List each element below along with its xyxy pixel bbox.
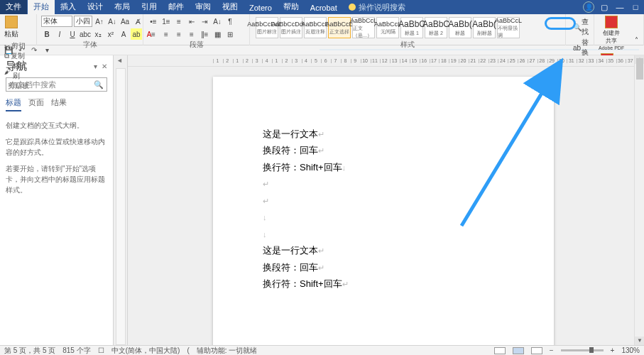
style-card-selected[interactable]: AaBbCcE正文选择 — [328, 17, 351, 38]
styles-gallery[interactable]: AaBbCcDdEe图片标注 AaBbCcDdEe图片插注 AaBbCcE页眉注… — [254, 16, 561, 40]
indent-inc-icon[interactable]: ⇥ — [199, 16, 210, 27]
account-icon[interactable]: 👤 — [583, 1, 594, 13]
status-page[interactable]: 第 5 页，共 5 页 — [4, 346, 55, 356]
tab-zotero[interactable]: Zotero — [244, 1, 278, 14]
align-right-icon[interactable]: ≡ — [173, 28, 185, 40]
align-justify-icon[interactable]: ≡ — [186, 28, 197, 40]
superscript-button[interactable]: x² — [105, 28, 116, 40]
style-name: 标题 1 — [405, 30, 419, 37]
grow-font-icon[interactable]: A↑ — [94, 16, 105, 27]
format-painter-button[interactable]: 🖌格式刷 — [4, 61, 32, 81]
nav-close-icon[interactable]: ✕ — [102, 62, 107, 70]
style-card[interactable]: AaBb(副标题 — [473, 17, 496, 38]
pdf-sub: Adobe PDF — [599, 45, 624, 50]
zoom-slider-thumb[interactable] — [589, 347, 594, 353]
status-words[interactable]: 815 个字 — [62, 346, 90, 356]
bold-button[interactable]: B — [41, 28, 53, 40]
italic-button[interactable]: I — [54, 28, 65, 40]
align-left-icon[interactable]: ≡ — [148, 28, 159, 40]
view-print-icon[interactable] — [513, 347, 524, 354]
borders-icon[interactable]: ⊞ — [224, 28, 236, 40]
find-button[interactable]: 🔍查找 — [573, 17, 586, 37]
strike-button[interactable]: abc — [80, 28, 91, 40]
style-card[interactable]: AaBbC标题 1 — [400, 17, 423, 38]
change-case-icon[interactable]: Aa — [119, 16, 131, 27]
style-card[interactable]: AaBbCcDdEe图片插注 — [280, 17, 302, 38]
bullets-icon[interactable]: •≡ — [148, 16, 159, 27]
tab-view[interactable]: 视图 — [217, 0, 244, 14]
style-card[interactable]: AaBbCcL正文（悬...） — [352, 17, 375, 38]
document-area[interactable]: 1212341234567891011121314151617181920212… — [128, 55, 644, 345]
shading-icon[interactable]: ▦ — [212, 28, 223, 40]
align-center-icon[interactable]: ≡ — [160, 28, 172, 40]
tab-references[interactable]: 引用 — [136, 0, 163, 14]
underline-button[interactable]: U — [67, 28, 78, 40]
vertical-scrollbar[interactable]: ▲ ▼ — [634, 55, 644, 345]
replace-button[interactable]: ab替换 — [573, 38, 586, 58]
minimize-icon[interactable]: — — [614, 3, 626, 11]
style-sample: AaBbCcL — [495, 17, 522, 24]
text-effects-icon[interactable]: A — [118, 28, 129, 40]
create-share-pdf-button[interactable]: 创建并共享Adobe PDF — [599, 16, 624, 50]
multilevel-icon[interactable]: ≡ — [173, 16, 185, 27]
style-card[interactable]: AaBb(标题 — [449, 17, 471, 38]
style-name: 正文选择 — [329, 28, 349, 36]
tab-review[interactable]: 审阅 — [190, 0, 217, 14]
font-name-select[interactable]: 宋体 — [41, 16, 72, 27]
numbering-icon[interactable]: 1≡ — [160, 16, 172, 27]
tab-design[interactable]: 设计 — [82, 0, 109, 14]
font-size-select[interactable]: 小四 — [74, 16, 92, 27]
zoom-in-icon[interactable]: + — [611, 346, 615, 354]
tab-mailings[interactable]: 邮件 — [163, 0, 190, 14]
ribbon-options-icon[interactable]: ▢ — [599, 3, 610, 12]
indent-dec-icon[interactable]: ⇤ — [186, 16, 197, 27]
styles-group-label: 样式 — [254, 40, 561, 48]
sort-icon[interactable]: A↓ — [212, 16, 223, 27]
tab-insert[interactable]: 插入 — [55, 0, 82, 14]
collapse-ribbon-icon[interactable]: ˄ — [631, 34, 642, 45]
bulb-icon — [349, 4, 356, 11]
style-card[interactable]: AaBbC标题 2 — [425, 17, 447, 38]
zoom-level[interactable]: 130% — [621, 346, 640, 354]
paste-button[interactable]: 粘贴 — [4, 16, 18, 39]
nav-tab-pages[interactable]: 页面 — [28, 97, 44, 111]
ruler-toggle-icon[interactable]: ◄ — [116, 57, 123, 64]
clear-format-icon[interactable]: A̸ — [132, 16, 143, 27]
scroll-down-icon[interactable]: ▼ — [635, 337, 644, 345]
style-name: 正文（悬...） — [353, 25, 374, 39]
vertical-ruler[interactable] — [116, 68, 126, 345]
tell-me-search[interactable]: 操作说明搜索 — [349, 2, 405, 13]
style-sample: AaBbCcL — [350, 17, 377, 24]
nav-tab-results[interactable]: 结果 — [51, 97, 67, 111]
zoom-slider[interactable] — [561, 349, 604, 351]
tab-layout[interactable]: 布局 — [109, 0, 136, 14]
style-card[interactable]: AaBbCcL不明显强调 — [497, 17, 520, 38]
line-spacing-icon[interactable]: ‖≡ — [199, 28, 210, 40]
style-card[interactable]: AaBbCcL无间隔 — [376, 17, 399, 38]
horizontal-ruler[interactable]: 1212341234567891011121314151617181920212… — [128, 55, 644, 67]
status-accessibility[interactable]: 辅助功能: 一切就绪 — [197, 346, 258, 356]
shrink-font-icon[interactable]: A↓ — [107, 16, 118, 27]
copy-button[interactable]: ⧉复制 — [4, 51, 32, 61]
tab-acrobat[interactable]: Acrobat — [305, 1, 343, 14]
nav-dropdown-icon[interactable]: ▾ — [94, 62, 97, 70]
doc-line: 这是一行文本↵ — [263, 243, 504, 258]
tab-file[interactable]: 文件 — [0, 0, 27, 14]
tab-help[interactable]: 帮助 — [278, 0, 305, 14]
maximize-icon[interactable]: □ — [630, 3, 641, 11]
subscript-button[interactable]: x₂ — [92, 28, 104, 40]
view-read-icon[interactable] — [494, 347, 506, 354]
show-marks-icon[interactable]: ¶ — [224, 16, 236, 27]
nav-tab-headings[interactable]: 标题 — [6, 97, 21, 111]
view-web-icon[interactable] — [531, 347, 542, 354]
document-page[interactable]: 这是一行文本↵ 换段符：回车↵ 换行符：Shift+回车↓ ↵ ↵ ↓ ↓ 这是… — [213, 77, 554, 345]
scroll-thumb[interactable] — [636, 58, 643, 80]
tab-home[interactable]: 开始 — [28, 0, 55, 14]
status-language[interactable]: 中文(简体，中国大陆) — [111, 346, 180, 356]
group-styles: AaBbCcDdEe图片标注 AaBbCcDdEe图片插注 AaBbCcE页眉注… — [250, 14, 566, 45]
nav-help-1: 创建文档的交互式大纲。 — [6, 120, 107, 131]
style-card[interactable]: AaBbCcE页眉注释 — [304, 17, 327, 38]
cut-button[interactable]: ✂剪切 — [4, 41, 32, 51]
zoom-out-icon[interactable]: − — [550, 346, 554, 354]
highlight-icon[interactable]: ab — [131, 28, 142, 40]
